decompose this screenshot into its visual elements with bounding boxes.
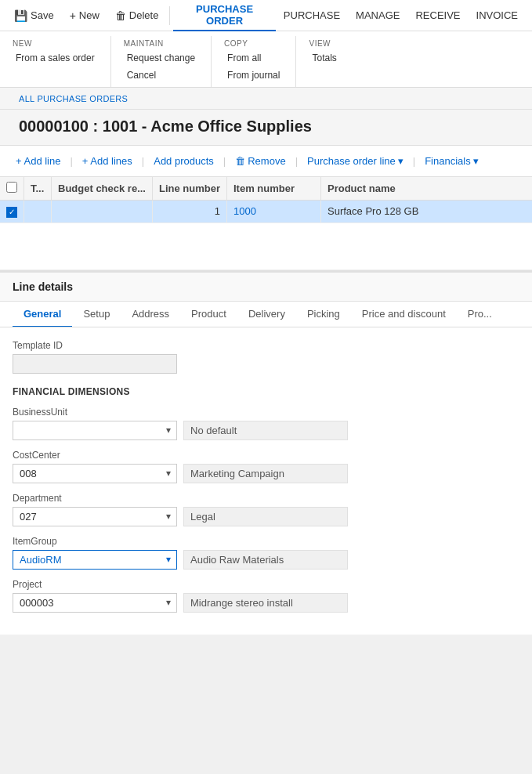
save-icon: 💾 (14, 9, 27, 22)
cost-center-select[interactable]: 008 001 002 (13, 464, 177, 483)
empty-table-row (0, 222, 532, 269)
project-label: Project (13, 579, 177, 590)
line-tab-delivery[interactable]: Delivery (237, 302, 296, 327)
select-all-checkbox[interactable] (6, 182, 17, 193)
financials-button[interactable]: Financials ▾ (418, 152, 485, 170)
business-unit-label: BusinessUnit (13, 407, 177, 418)
template-id-label: Template ID (13, 340, 519, 351)
line-tab-setup[interactable]: Setup (72, 302, 121, 327)
col-type-header: T... (24, 177, 52, 201)
delete-icon: 🗑 (115, 9, 126, 22)
department-value: Legal (183, 507, 348, 526)
row-checkbox-cell: ✓ (0, 201, 24, 223)
ribbon-group-copy: COPY From all From journal (212, 36, 296, 87)
line-details: Line details General Setup Address Produ… (0, 271, 532, 635)
add-products-button[interactable]: Add products (147, 152, 220, 170)
chevron-down-icon: ▾ (398, 155, 404, 167)
add-line-button[interactable]: + Add line (9, 152, 67, 170)
main-content: + Add line | + Add lines | Add products … (0, 146, 532, 635)
business-unit-select[interactable]: 001 002 (13, 421, 177, 440)
tab-purchase[interactable]: PURCHASE (276, 6, 348, 24)
col-item-header: Item number (227, 177, 321, 201)
line-tab-picking[interactable]: Picking (296, 302, 351, 327)
line-tab-general[interactable]: General (13, 302, 72, 327)
template-id-group: Template ID (13, 340, 519, 374)
department-row: Department 027 001 002 Legal (13, 493, 519, 526)
top-bar: 💾 Save + New 🗑 Delete PURCHASE ORDER PUR… (0, 0, 532, 31)
item-group-row: ItemGroup AudioRM 001 002 Audio Raw Mate… (13, 536, 519, 570)
ribbon-from-journal[interactable]: From journal (224, 68, 283, 82)
item-group-select[interactable]: AudioRM 001 002 (13, 550, 177, 570)
ribbon-group-new: NEW From a sales order (0, 36, 111, 87)
purchase-order-line-button[interactable]: Purchase order line ▾ (301, 152, 410, 170)
chevron-down-icon: ▾ (473, 155, 479, 167)
ribbon-from-sales-order[interactable]: From a sales order (13, 51, 98, 65)
ribbon-group-view: VIEW Totals (296, 36, 359, 87)
col-linenum-header: Line number (152, 177, 226, 201)
row-checkbox[interactable]: ✓ (6, 207, 17, 218)
row-product-name: Surface Pro 128 GB (321, 201, 533, 223)
template-id-input[interactable] (13, 354, 177, 374)
cost-center-select-wrapper: 008 001 002 (13, 464, 177, 483)
project-select-wrapper: 000003 000001 000002 (13, 593, 177, 613)
ribbon-totals[interactable]: Totals (309, 51, 339, 65)
new-button[interactable]: + New (62, 6, 107, 25)
tab-receive[interactable]: RECEIVE (407, 6, 468, 24)
new-icon: + (70, 9, 76, 22)
orders-table-container: T... Budget check re... Line number Item… (0, 177, 532, 271)
col-budget-header: Budget check re... (52, 177, 153, 201)
department-select[interactable]: 027 001 002 (13, 507, 177, 526)
department-label: Department (13, 493, 177, 504)
page-header: 00000100 : 1001 - Acme Office Supplies (0, 110, 532, 146)
col-checkbox (0, 177, 24, 201)
ribbon-from-all[interactable]: From all (224, 51, 283, 65)
add-lines-button[interactable]: + Add lines (76, 152, 139, 170)
col-product-header: Product name (321, 177, 533, 201)
table-header-row: T... Budget check re... Line number Item… (0, 177, 532, 201)
item-group-label: ItemGroup (13, 536, 177, 547)
business-unit-value: No default (183, 421, 348, 440)
row-budget (52, 201, 153, 223)
breadcrumb-bar: ALL PURCHASE ORDERS (0, 88, 532, 110)
action-bar: + Add line | + Add lines | Add products … (0, 146, 532, 177)
tab-invoice[interactable]: INVOICE (469, 6, 526, 24)
business-unit-select-wrapper: 001 002 (13, 421, 177, 440)
project-value: Midrange stereo install (183, 593, 348, 613)
remove-icon: 🗑 (235, 155, 245, 167)
tab-manage[interactable]: MANAGE (348, 6, 407, 24)
ribbon-request-change[interactable]: Request change (124, 51, 198, 65)
line-tabs: General Setup Address Product Delivery P… (0, 302, 532, 327)
line-tab-address[interactable]: Address (121, 302, 180, 327)
project-select[interactable]: 000003 000001 000002 (13, 593, 177, 613)
row-item-number[interactable]: 1000 (227, 201, 321, 223)
cost-center-label: CostCenter (13, 450, 177, 461)
department-select-wrapper: 027 001 002 (13, 507, 177, 526)
cost-center-row: CostCenter 008 001 002 Marketing Campaig… (13, 450, 519, 483)
cost-center-value: Marketing Campaign (183, 464, 348, 483)
delete-button[interactable]: 🗑 Delete (107, 6, 167, 25)
item-group-select-wrapper: AudioRM 001 002 (13, 550, 177, 570)
divider (169, 6, 170, 25)
row-line-number: 1 (152, 201, 226, 223)
project-row: Project 000003 000001 000002 Midrange st… (13, 579, 519, 613)
ribbon-group-maintain: MAINTAIN Request change Cancel (111, 36, 212, 87)
ribbon-cancel[interactable]: Cancel (124, 68, 198, 82)
financial-dimensions-section: FINANCIAL DIMENSIONS BusinessUnit 001 00… (13, 386, 519, 613)
line-tab-price-discount[interactable]: Price and discount (351, 302, 457, 327)
remove-button[interactable]: 🗑 Remove (229, 152, 291, 170)
line-details-header: Line details (0, 273, 532, 302)
orders-table: T... Budget check re... Line number Item… (0, 177, 532, 270)
line-tab-content: Template ID FINANCIAL DIMENSIONS Busines… (0, 327, 532, 635)
ribbon: NEW From a sales order MAINTAIN Request … (0, 31, 532, 88)
table-row[interactable]: ✓ 1 1000 Surface Pro 128 GB (0, 201, 532, 223)
line-tab-pro[interactable]: Pro... (457, 302, 503, 327)
business-unit-row: BusinessUnit 001 002 No default (13, 407, 519, 440)
item-group-value: Audio Raw Materials (183, 550, 348, 570)
page-title: 00000100 : 1001 - Acme Office Supplies (19, 118, 513, 136)
row-type (24, 201, 52, 223)
save-button[interactable]: 💾 Save (6, 6, 62, 25)
tab-purchase-order[interactable]: PURCHASE ORDER (173, 0, 276, 31)
line-tab-product[interactable]: Product (180, 302, 237, 327)
financial-dimensions-title: FINANCIAL DIMENSIONS (13, 386, 519, 397)
breadcrumb[interactable]: ALL PURCHASE ORDERS (19, 94, 128, 103)
